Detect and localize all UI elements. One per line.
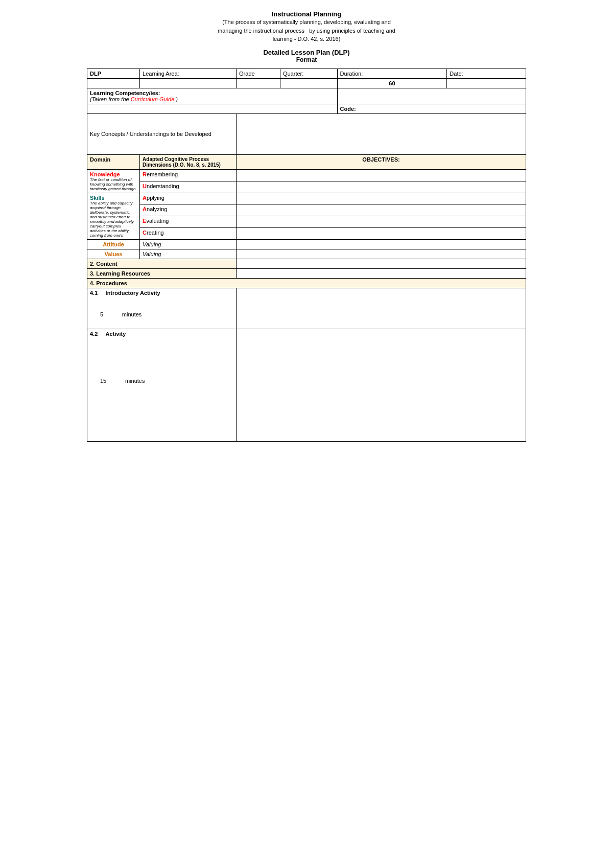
activity-header: 4.2 Activity: [90, 331, 233, 337]
code-label: Code:: [340, 106, 356, 112]
key-concepts-row: Key Concepts / Understandings to be Deve…: [87, 113, 526, 154]
activity-minutes-label: minutes: [125, 378, 145, 384]
dlp-cell: DLP: [87, 68, 140, 78]
date-cell: Date:: [447, 68, 526, 78]
competency-row: Learning Competency/ies: (Taken from the…: [87, 88, 526, 104]
skills-evaluating-row: Evaluating: [87, 216, 526, 228]
introductory-value: [237, 288, 526, 329]
curriculum-guide-link: Curriculum Guide: [131, 96, 175, 102]
attitude-row: Attitude Valuing: [87, 239, 526, 249]
knowledge-remembering-row: Knowledge The fact or condition of knowi…: [87, 169, 526, 181]
evaluating-value: [237, 216, 526, 228]
values-process: Valuing: [140, 249, 237, 259]
knowledge-desc: The fact or condition of knowing somethi…: [90, 177, 137, 191]
creating-value: [237, 227, 526, 239]
main-title: Instructional Planning: [87, 10, 526, 18]
introductory-header: 4.1 Introductory Activity: [90, 290, 233, 296]
attitude-process: Valuing: [140, 239, 237, 249]
grade-cell: Grade: [237, 68, 280, 78]
evaluating-cell: Evaluating: [140, 216, 237, 228]
main-table: DLP Learning Area: Grade Quarter: Durati…: [87, 68, 526, 442]
date-value: [447, 78, 526, 88]
understanding-cell: Understanding: [140, 181, 237, 193]
activity-minutes-row: 15 minutes: [90, 378, 233, 384]
procedures-label: 4. Procedures: [87, 278, 526, 288]
understanding-label: nderstanding: [147, 183, 179, 189]
intro-minutes-row: 5 minutes: [90, 311, 233, 317]
evaluating-label: valuating: [146, 218, 169, 224]
remembering-value: [237, 169, 526, 181]
learning-resources-row: 3. Learning Resources: [87, 268, 526, 278]
skills-label: Skills: [90, 195, 137, 201]
duration-cell: Duration:: [337, 68, 447, 78]
page-header: Instructional Planning (The process of s…: [87, 10, 526, 63]
learning-resources-value: [237, 268, 526, 278]
knowledge-cell: Knowledge The fact or condition of knowi…: [87, 169, 140, 193]
activity-row: 4.2 Activity 15 minutes: [87, 329, 526, 441]
skills-applying-row: Skills The ability and capacity acquired…: [87, 193, 526, 204]
content-label: 2. Content: [87, 259, 237, 268]
remembering-cell: Remembering: [140, 169, 237, 181]
content-row: 2. Content: [87, 259, 526, 268]
remembering-label: emembering: [147, 171, 178, 177]
code-cell: Code:: [337, 104, 526, 113]
dlp-title: Detailed Lesson Plan (DLP): [87, 49, 526, 56]
key-concepts-label: Key Concepts / Understandings to be Deve…: [90, 131, 211, 137]
values-label: Values: [87, 249, 140, 259]
activity-num: 4.2: [90, 331, 98, 337]
knowledge-understanding-row: Understanding: [87, 181, 526, 193]
procedures-header-row: 4. Procedures: [87, 278, 526, 288]
intro-label: Introductory Activity: [106, 290, 160, 296]
code-row: Code:: [87, 104, 526, 113]
objectives-header: OBJECTIVES:: [237, 154, 526, 169]
creating-label: reating: [147, 230, 164, 236]
objectives-header-row: Domain Adapted Cognitive Process Dimensi…: [87, 154, 526, 169]
knowledge-label: Knowledge: [90, 171, 137, 177]
introductory-row: 4.1 Introductory Activity 5 minutes: [87, 288, 526, 329]
skills-cell: Skills The ability and capacity acquired…: [87, 193, 140, 239]
grade-value: [237, 78, 280, 88]
key-concepts-value: [237, 113, 526, 154]
dlp-value-cell: [87, 78, 140, 88]
values-value: [237, 249, 526, 259]
competency-sublabel: (Taken from the Curriculum Guide ): [90, 96, 335, 102]
values-domain-row: Values Valuing: [87, 249, 526, 259]
duration-value: 60: [337, 78, 447, 88]
attitude-label: Attitude: [87, 239, 140, 249]
analyzing-label: nalyzing: [147, 206, 167, 212]
skills-desc: The ability and capacity acquired throug…: [90, 201, 137, 238]
content-value: [237, 259, 526, 268]
intro-minutes-value: 5: [100, 311, 103, 317]
key-concepts-cell: Key Concepts / Understandings to be Deve…: [87, 113, 237, 154]
subtitle: (The process of systematically planning,…: [87, 18, 526, 43]
competency-value-cell: [337, 88, 526, 104]
applying-cell: Applying: [140, 193, 237, 204]
applying-label: pplying: [147, 195, 164, 201]
analyzing-value: [237, 204, 526, 216]
competency-label: Learning Competency/ies:: [90, 90, 335, 96]
quarter-cell: Quarter:: [280, 68, 337, 78]
learning-resources-label: 3. Learning Resources: [87, 268, 237, 278]
applying-value: [237, 193, 526, 204]
competency-cell: Learning Competency/ies: (Taken from the…: [87, 88, 338, 104]
attitude-value: [237, 239, 526, 249]
learning-area-value: [140, 78, 237, 88]
domain-header: Domain: [87, 154, 140, 169]
values-row: 60: [87, 78, 526, 88]
intro-minutes-label: minutes: [122, 311, 142, 317]
process-header: Adapted Cognitive Process Dimensions (D.…: [140, 154, 237, 169]
code-empty-cell: [87, 104, 338, 113]
quarter-value: [280, 78, 337, 88]
activity-cell: 4.2 Activity 15 minutes: [87, 329, 237, 441]
creating-cell: Creating: [140, 227, 237, 239]
intro-num: 4.1: [90, 290, 98, 296]
skills-analyzing-row: Analyzing: [87, 204, 526, 216]
learning-area-cell: Learning Area:: [140, 68, 237, 78]
activity-label: Activity: [106, 331, 126, 337]
understanding-value: [237, 181, 526, 193]
analyzing-cell: Analyzing: [140, 204, 237, 216]
activity-value: [237, 329, 526, 441]
skills-creating-row: Creating: [87, 227, 526, 239]
activity-minutes-value: 15: [100, 378, 106, 384]
introductory-cell: 4.1 Introductory Activity 5 minutes: [87, 288, 237, 329]
